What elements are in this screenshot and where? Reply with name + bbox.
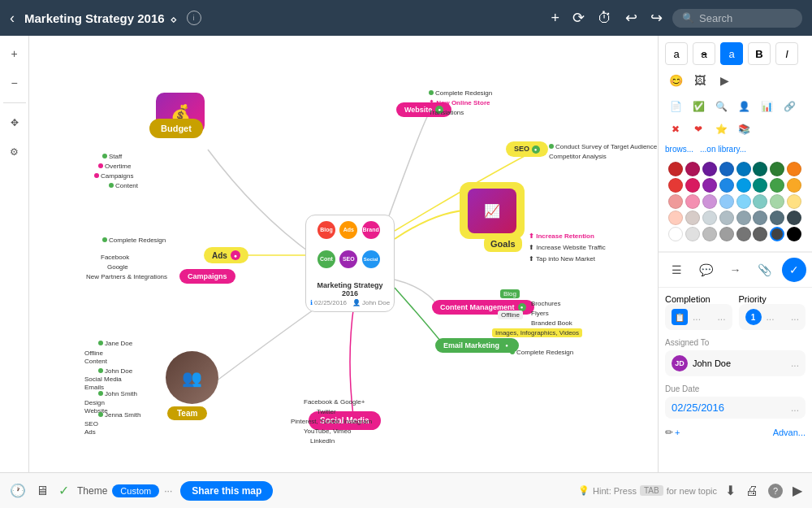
sidebar-toggle-btn[interactable]: ▶ bbox=[793, 483, 802, 498]
color-teal-dark[interactable] bbox=[753, 162, 767, 176]
website-redesign[interactable]: Complete Redesign bbox=[429, 89, 492, 97]
share-map-button[interactable]: Share this map bbox=[180, 481, 273, 501]
color-blue-light[interactable] bbox=[719, 194, 734, 209]
color-purple-light[interactable] bbox=[702, 194, 717, 209]
download-btn[interactable]: ⬇ bbox=[725, 483, 736, 498]
print-btn[interactable]: 🖨 bbox=[745, 484, 758, 498]
content-blog[interactable]: Blog bbox=[500, 289, 520, 298]
ads-node[interactable]: Ads ● bbox=[204, 247, 248, 263]
color-lightblue[interactable] bbox=[736, 178, 751, 193]
team-john-smith[interactable]: John Smith bbox=[98, 390, 137, 397]
italic-btn[interactable]: I bbox=[775, 42, 798, 65]
campaigns-google[interactable]: Google bbox=[107, 263, 128, 271]
color-grey60[interactable] bbox=[770, 227, 784, 241]
color-teal-light[interactable] bbox=[753, 194, 767, 209]
assigned-row[interactable]: JD John Doe ... bbox=[665, 350, 806, 376]
budget-staff-label[interactable]: Staff bbox=[102, 153, 122, 160]
confirm-btn[interactable]: ✓ bbox=[782, 258, 806, 282]
search-input[interactable] bbox=[699, 12, 797, 24]
bold-btn[interactable]: B bbox=[748, 42, 771, 65]
library-label[interactable]: ...on library... bbox=[700, 145, 746, 154]
team-social-label[interactable]: Social Media bbox=[84, 376, 122, 383]
color-grey3[interactable] bbox=[753, 211, 767, 225]
history-bottom-btn[interactable]: 🕐 bbox=[10, 483, 26, 498]
goals-traffic[interactable]: ⬆ Increase Website Traffic bbox=[529, 244, 606, 251]
color-grey5[interactable] bbox=[787, 211, 801, 225]
color-brown-light[interactable] bbox=[685, 211, 700, 225]
social-pinterest[interactable]: Pinterest, Tumblr, Instagram bbox=[291, 418, 372, 425]
menu-action-btn[interactable]: ☰ bbox=[664, 258, 689, 282]
color-yellow[interactable] bbox=[787, 178, 801, 193]
color-red-light[interactable] bbox=[668, 194, 683, 209]
color-red[interactable] bbox=[668, 178, 683, 193]
clock-button[interactable]: ⏱ bbox=[598, 10, 612, 27]
due-date-more-btn[interactable]: ... bbox=[791, 402, 799, 414]
central-node[interactable]: Blog Ads Brand Cont SEO Social Marketing… bbox=[305, 215, 395, 312]
check-bottom-btn[interactable]: ✓ bbox=[58, 483, 69, 498]
comment-btn[interactable]: 💬 bbox=[693, 258, 718, 282]
font-normal-btn[interactable]: a bbox=[665, 42, 688, 65]
goals-market[interactable]: ⬆ Tap into New Market bbox=[529, 255, 595, 263]
content-images[interactable]: Images, Infographics, Videos bbox=[492, 328, 582, 337]
goals-retention[interactable]: ⬆ Increase Retention bbox=[529, 232, 594, 240]
color-green[interactable] bbox=[770, 178, 784, 193]
color-purple-dark[interactable] bbox=[702, 162, 717, 176]
pencil-btn[interactable]: ✏ + bbox=[665, 427, 680, 438]
website-store[interactable]: ⬆ New Online Store bbox=[429, 99, 490, 106]
color-pink[interactable] bbox=[685, 178, 700, 193]
star-icon-btn[interactable]: ⭐ bbox=[710, 119, 732, 140]
search-icon-btn[interactable]: 🔍 bbox=[710, 96, 732, 117]
circle-ads[interactable]: Ads bbox=[339, 221, 357, 239]
circle-social[interactable]: Social bbox=[362, 250, 380, 268]
chart-icon-btn[interactable]: 📊 bbox=[756, 96, 777, 117]
circle-blog[interactable]: Blog bbox=[317, 221, 335, 239]
seo-survey[interactable]: Conduct Survey of Target Audience bbox=[549, 143, 657, 150]
team-design-label[interactable]: Design bbox=[84, 399, 105, 406]
redo-button[interactable]: ↪ bbox=[650, 9, 663, 27]
emoji-icon-btn[interactable]: 😊 bbox=[665, 70, 686, 91]
team-ads-label[interactable]: Ads bbox=[84, 428, 96, 436]
color-grey2[interactable] bbox=[736, 211, 751, 225]
email-redesign[interactable]: Complete Redesign bbox=[510, 349, 573, 356]
circle-content[interactable]: Cont bbox=[317, 250, 335, 268]
image-icon-btn[interactable]: 🖼 bbox=[689, 70, 710, 91]
info-button[interactable]: i bbox=[187, 11, 201, 25]
link-icon-btn[interactable]: 🔗 bbox=[779, 96, 800, 117]
settings-button[interactable]: ⚙ bbox=[3, 141, 26, 163]
due-date-row[interactable]: 02/25/2016 ... bbox=[665, 397, 806, 419]
campaigns-node[interactable]: Campaigns bbox=[179, 269, 235, 284]
color-grey40[interactable] bbox=[736, 227, 751, 241]
budget-content-label[interactable]: Content bbox=[109, 182, 138, 189]
video-icon-btn[interactable]: ▶ bbox=[714, 70, 735, 91]
attachment-btn[interactable]: 📎 bbox=[753, 258, 777, 282]
team-offline-label[interactable]: Offline bbox=[84, 350, 103, 357]
content-brochures[interactable]: Brochures bbox=[531, 300, 560, 307]
color-lightblue-dark[interactable] bbox=[736, 162, 751, 176]
campaigns-facebook[interactable]: Facebook bbox=[101, 254, 129, 261]
seo-node[interactable]: SEO ● bbox=[506, 141, 548, 157]
circle-branding[interactable]: Brand bbox=[362, 221, 380, 239]
team-content-label[interactable]: Content bbox=[84, 358, 107, 365]
custom-theme-badge[interactable]: Custom bbox=[112, 484, 159, 497]
color-teal[interactable] bbox=[753, 178, 767, 193]
theme-dots-btn[interactable]: ··· bbox=[164, 485, 172, 497]
color-pink-dark[interactable] bbox=[685, 162, 700, 176]
check-icon-btn[interactable]: ✅ bbox=[688, 96, 709, 117]
color-grey-light[interactable] bbox=[702, 211, 717, 225]
team-jenna[interactable]: Jenna Smith bbox=[98, 411, 140, 419]
font-round-btn[interactable]: a bbox=[720, 42, 743, 65]
completion-row[interactable]: 📋 ... ... bbox=[665, 304, 732, 330]
budget-node[interactable]: Budget bbox=[149, 119, 203, 138]
help-btn[interactable]: ? bbox=[768, 484, 783, 498]
undo-button[interactable]: ↩ bbox=[625, 9, 637, 27]
campaigns-redesign[interactable]: Complete Redesign bbox=[102, 237, 166, 244]
assigned-more-btn[interactable]: ... bbox=[791, 358, 799, 369]
content-flyers[interactable]: Flyers bbox=[531, 310, 549, 317]
color-green-light[interactable] bbox=[770, 194, 784, 209]
budget-campaigns-label[interactable]: Campaigns bbox=[94, 172, 133, 180]
social-twitter[interactable]: Twitter bbox=[317, 408, 336, 415]
person-icon-btn[interactable]: 👤 bbox=[733, 96, 754, 117]
priority-more-btn[interactable]: ... bbox=[791, 311, 799, 323]
color-lightblue-light[interactable] bbox=[736, 194, 751, 209]
doc-icon-btn[interactable]: 📄 bbox=[665, 96, 686, 117]
